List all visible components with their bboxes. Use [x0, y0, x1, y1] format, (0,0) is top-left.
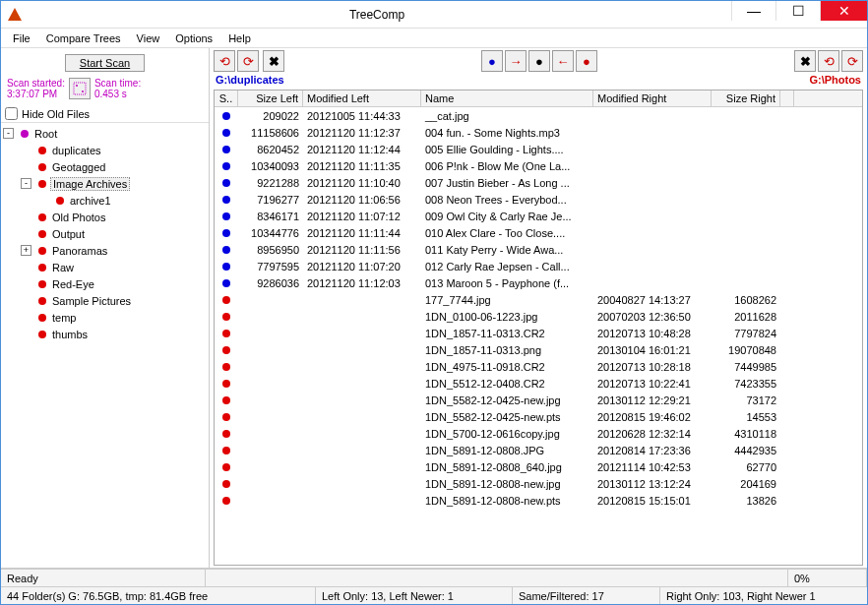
scan-started: Scan started: 3:37:07 PM	[7, 78, 65, 99]
col-modified-right[interactable]: Modified Right	[593, 91, 712, 106]
folder-tree[interactable]: - Root duplicatesGeotagged-Image Archive…	[1, 122, 209, 568]
refresh-right-icon[interactable]: ⟳	[237, 50, 259, 72]
table-row[interactable]: 719627720121120 11:06:56008 Neon Trees -…	[215, 191, 862, 208]
table-row[interactable]: 1DN_5891-12-0808-new.jpg20130112 13:12:2…	[215, 475, 862, 492]
table-row[interactable]: 1DN_5891-12-0808-new.pts20120815 15:15:0…	[215, 492, 862, 509]
hide-old-files-label: Hide Old Files	[22, 108, 90, 120]
table-row[interactable]: 1034477620121120 11:11:44010 Alex Clare …	[215, 224, 862, 241]
col-name[interactable]: Name	[421, 91, 593, 106]
delete-right-button[interactable]: ✖	[794, 50, 816, 72]
svg-point-2	[76, 85, 78, 87]
menu-help[interactable]: Help	[220, 30, 259, 46]
svg-point-3	[82, 91, 84, 92]
minimize-button[interactable]: —	[731, 1, 775, 21]
menu-file[interactable]: File	[5, 30, 38, 46]
menubar: File Compare Trees View Options Help	[1, 29, 867, 48]
filter-red-icon[interactable]: ●	[576, 50, 597, 72]
table-header: S.. Size Left Modified Left Name Modifie…	[215, 91, 862, 107]
filter-equal-icon[interactable]: ●	[528, 50, 550, 72]
table-row[interactable]: 1DN_4975-11-0918.CR220120713 10:28:18744…	[215, 358, 862, 375]
tree-node[interactable]: temp	[3, 309, 207, 326]
svg-rect-1	[74, 83, 86, 94]
table-row[interactable]: 1DN_5512-12-0408.CR220120713 10:22:41742…	[215, 375, 862, 392]
tree-node[interactable]: +Panoramas	[3, 242, 207, 259]
status-percent: 0%	[788, 570, 867, 586]
right-panel: ⟲ ⟳ ✖ ● → ● ← ● ✖ ⟲ ⟳	[210, 48, 867, 568]
window-controls: — ☐ ✕	[731, 1, 867, 28]
copy-left-icon[interactable]: ←	[552, 50, 574, 72]
scan-options-icon[interactable]	[69, 78, 91, 99]
table-row[interactable]: 1DN_1857-11-0313.CR220120713 10:48:28779…	[215, 325, 862, 341]
left-path: G:\duplicates	[216, 74, 284, 86]
app-icon	[7, 7, 23, 23]
table-row[interactable]: 862045220121120 11:12:44005 Ellie Gouldi…	[215, 141, 862, 157]
info-folders: 44 Folder(s) G: 76.5GB, tmp: 81.4GB free	[1, 587, 316, 604]
titlebar: TreeComp — ☐ ✕	[1, 1, 867, 29]
info-left-only: Left Only: 13, Left Newer: 1	[316, 587, 513, 604]
table-row[interactable]: 779759520121120 11:07:20012 Carly Rae Je…	[215, 258, 862, 274]
table-row[interactable]: 1DN_0100-06-1223.jpg20070203 12:36:50201…	[215, 308, 862, 325]
left-panel: Start Scan Scan started: 3:37:07 PM Scan…	[1, 48, 210, 568]
table-row[interactable]: 922128820121120 11:10:40007 Justin Biebe…	[215, 174, 862, 191]
table-row[interactable]: 1DN_5891-12-0808_640.jpg20121114 10:42:5…	[215, 458, 862, 475]
delete-button[interactable]: ✖	[263, 50, 284, 72]
tree-node[interactable]: Raw	[3, 259, 207, 275]
tree-node[interactable]: Output	[3, 225, 207, 242]
info-bar: 44 Folder(s) G: 76.5GB, tmp: 81.4GB free…	[1, 586, 867, 604]
table-row[interactable]: 1115860620121120 11:12:37004 fun. - Some…	[215, 124, 862, 141]
table-row[interactable]: 177_7744.jpg20040827 14:13:271608262	[215, 291, 862, 308]
tree-node[interactable]: Sample Pictures	[3, 292, 207, 309]
close-button[interactable]: ✕	[820, 1, 867, 21]
table-row[interactable]: 895695020121120 11:11:56011 Katy Perry -…	[215, 241, 862, 258]
col-modified-left[interactable]: Modified Left	[303, 91, 421, 106]
info-right-only: Right Only: 103, Right Newer 1	[660, 587, 867, 604]
filter-blue-icon[interactable]: ●	[481, 50, 503, 72]
col-scroll	[780, 91, 794, 106]
tree-node[interactable]: Old Photos	[3, 209, 207, 225]
status-ready: Ready	[1, 570, 206, 586]
table-row[interactable]: 1DN_5700-12-0616copy.jpg20120628 12:32:1…	[215, 425, 862, 442]
menu-options[interactable]: Options	[167, 30, 220, 46]
table-row[interactable]: 20902220121005 11:44:33__cat.jpg	[215, 107, 862, 124]
tree-node[interactable]: duplicates	[3, 142, 207, 158]
comparison-toolbar: ⟲ ⟳ ✖ ● → ● ← ● ✖ ⟲ ⟳	[210, 48, 867, 74]
tree-node[interactable]: thumbs	[3, 326, 207, 342]
col-size-right[interactable]: Size Right	[712, 91, 780, 106]
tree-node[interactable]: Red-Eye	[3, 275, 207, 292]
window-title: TreeComp	[23, 8, 731, 22]
col-status[interactable]: S..	[215, 91, 238, 106]
info-same: Same/Filtered: 17	[513, 587, 660, 604]
menu-compare-trees[interactable]: Compare Trees	[38, 30, 129, 46]
refresh-right2-icon[interactable]: ⟳	[841, 50, 863, 72]
table-row[interactable]: 1DN_5582-12-0425-new.jpg20130112 12:29:2…	[215, 392, 862, 408]
hide-old-files-checkbox[interactable]	[5, 107, 18, 120]
tree-node[interactable]: archive1	[3, 192, 207, 209]
copy-right-icon[interactable]: →	[505, 50, 527, 72]
tree-root[interactable]: - Root	[3, 125, 207, 142]
app-window: TreeComp — ☐ ✕ File Compare Trees View O…	[0, 0, 868, 605]
refresh-left-icon[interactable]: ⟲	[214, 50, 235, 72]
table-row[interactable]: 1034009320121120 11:11:35006 P!nk - Blow…	[215, 157, 862, 174]
comparison-table[interactable]: S.. Size Left Modified Left Name Modifie…	[214, 90, 863, 566]
scan-time: Scan time: 0.453 s	[94, 78, 141, 99]
start-scan-button[interactable]: Start Scan	[65, 54, 145, 72]
tree-node[interactable]: Geotagged	[3, 158, 207, 175]
table-row[interactable]: 928603620121120 11:12:03013 Maroon 5 - P…	[215, 274, 862, 291]
col-size-left[interactable]: Size Left	[238, 91, 303, 106]
status-progress-bar	[206, 570, 788, 586]
menu-view[interactable]: View	[129, 30, 168, 46]
refresh-left2-icon[interactable]: ⟲	[818, 50, 839, 72]
table-row[interactable]: 1DN_1857-11-0313.png20130104 16:01:21190…	[215, 341, 862, 358]
table-row[interactable]: 1DN_5891-12-0808.JPG20120814 17:23:36444…	[215, 442, 862, 458]
status-bar: Ready 0%	[1, 569, 867, 586]
table-row[interactable]: 834617120121120 11:07:12009 Owl City & C…	[215, 208, 862, 224]
svg-marker-0	[8, 8, 22, 21]
maximize-button[interactable]: ☐	[775, 1, 820, 21]
tree-node[interactable]: -Image Archives	[3, 175, 207, 192]
table-row[interactable]: 1DN_5582-12-0425-new.pts20120815 19:46:0…	[215, 408, 862, 425]
right-path: G:\Photos	[809, 74, 861, 86]
